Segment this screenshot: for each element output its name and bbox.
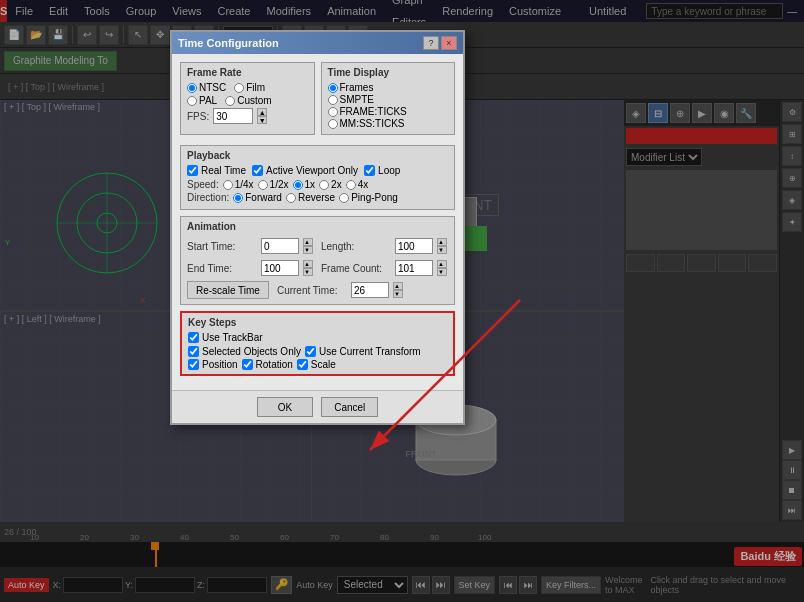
selected-objects-label: Selected Objects Only [202,346,301,357]
use-current-transform-check[interactable]: Use Current Transform [305,346,421,357]
start-up[interactable]: ▲ [303,238,313,246]
fps-label: FPS: [187,111,209,122]
start-time-field: Start Time: ▲ ▼ [187,238,313,254]
use-trackbar-check[interactable]: Use TrackBar [188,332,447,343]
real-time-check[interactable]: Real Time [187,165,246,176]
current-time-input[interactable] [351,282,389,298]
speed-1x[interactable]: 1x [293,179,316,190]
end-up[interactable]: ▲ [303,260,313,268]
scale-checkbox[interactable] [297,359,308,370]
ntsc-option[interactable]: NTSC [187,82,226,93]
position-label: Position [202,359,238,370]
fps-up[interactable]: ▲ [257,108,267,116]
speed-row: Speed: 1/4x 1/2x 1x 2x 4x [187,179,448,190]
rotation-checkbox[interactable] [242,359,253,370]
length-field: Length: ▲ ▼ [321,238,447,254]
fc-down[interactable]: ▼ [437,268,447,276]
ntsc-radio[interactable] [187,83,197,93]
start-down[interactable]: ▼ [303,246,313,254]
ct-down[interactable]: ▼ [393,290,403,298]
mm-ss-ticks-radio[interactable] [328,119,338,129]
use-current-transform-checkbox[interactable] [305,346,316,357]
mm-ss-ticks-option[interactable]: MM:SS:TICKS [328,118,449,129]
direction-row: Direction: Forward Reverse Ping-Pong [187,192,448,203]
end-time-input[interactable] [261,260,299,276]
frame-ticks-option[interactable]: FRAME:TICKS [328,106,449,117]
active-viewport-checkbox[interactable] [252,165,263,176]
dir-reverse[interactable]: Reverse [286,192,335,203]
end-time-label: End Time: [187,263,257,274]
rotation-label: Rotation [256,359,293,370]
selected-objects-checkbox[interactable] [188,346,199,357]
dir-pingpong[interactable]: Ping-Pong [339,192,398,203]
length-input[interactable] [395,238,433,254]
smpte-label: SMPTE [340,94,374,105]
frame-count-label: Frame Count: [321,263,391,274]
scale-check[interactable]: Scale [297,359,336,370]
playback-checkboxes: Real Time Active Viewport Only Loop [187,165,448,176]
fps-down[interactable]: ▼ [257,116,267,124]
speed-4x[interactable]: 4x [346,179,369,190]
use-trackbar-label: Use TrackBar [202,332,263,343]
pal-option[interactable]: PAL [187,95,217,106]
use-trackbar-checkbox[interactable] [188,332,199,343]
frame-ticks-radio[interactable] [328,107,338,117]
selected-objects-check[interactable]: Selected Objects Only [188,346,301,357]
cancel-button[interactable]: Cancel [321,397,378,417]
speed-2x[interactable]: 2x [319,179,342,190]
end-down[interactable]: ▼ [303,268,313,276]
dialog-title: Time Configuration [178,37,279,49]
active-viewport-label: Active Viewport Only [266,165,358,176]
custom-radio[interactable] [225,96,235,106]
fc-up[interactable]: ▲ [437,260,447,268]
loop-check[interactable]: Loop [364,165,400,176]
length-down[interactable]: ▼ [437,246,447,254]
pal-radio[interactable] [187,96,197,106]
start-time-input[interactable] [261,238,299,254]
pos-rot-scale-row: Position Rotation Scale [188,359,447,370]
direction-label: Direction: [187,192,229,203]
time-config-dialog: Time Configuration ? × Frame Rate NTSC [170,30,465,425]
anim-row1: Start Time: ▲ ▼ Length: ▲ ▼ [187,236,448,256]
ok-button[interactable]: OK [257,397,313,417]
frame-rate-time-row: Frame Rate NTSC Film [180,62,455,141]
frames-label: Frames [340,82,374,93]
active-viewport-check[interactable]: Active Viewport Only [252,165,358,176]
use-current-transform-label: Use Current Transform [319,346,421,357]
rescale-time-btn[interactable]: Re-scale Time [187,281,269,299]
length-up[interactable]: ▲ [437,238,447,246]
fps-input[interactable] [213,108,253,124]
current-time-label: Current Time: [277,285,347,296]
dialog-titlebar: Time Configuration ? × [172,32,463,54]
position-checkbox[interactable] [188,359,199,370]
key-steps-title: Key Steps [188,317,447,328]
loop-checkbox[interactable] [364,165,375,176]
film-radio[interactable] [234,83,244,93]
film-option[interactable]: Film [234,82,265,93]
frame-count-input[interactable] [395,260,433,276]
smpte-radio[interactable] [328,95,338,105]
real-time-label: Real Time [201,165,246,176]
position-check[interactable]: Position [188,359,238,370]
speed-half[interactable]: 1/2x [258,179,289,190]
playback-section: Playback Real Time Active Viewport Only … [180,145,455,210]
frame-ticks-label: FRAME:TICKS [340,106,407,117]
length-label: Length: [321,241,391,252]
anim-row3: Re-scale Time Current Time: ▲ ▼ [187,280,448,300]
real-time-checkbox[interactable] [187,165,198,176]
frames-radio[interactable] [328,83,338,93]
dir-forward[interactable]: Forward [233,192,282,203]
start-time-spin: ▲ ▼ [303,238,313,254]
app-container: S File Edit Tools Group Views Create Mod… [0,0,804,602]
anim-row2: End Time: ▲ ▼ Frame Count: ▲ ▼ [187,258,448,278]
film-label: Film [246,82,265,93]
rotation-check[interactable]: Rotation [242,359,293,370]
speed-quarter[interactable]: 1/4x [223,179,254,190]
custom-option[interactable]: Custom [225,95,271,106]
time-display-title: Time Display [328,67,449,78]
dialog-help-btn[interactable]: ? [423,36,439,50]
dialog-close-btn[interactable]: × [441,36,457,50]
smpte-option[interactable]: SMPTE [328,94,449,105]
ct-up[interactable]: ▲ [393,282,403,290]
frames-option[interactable]: Frames [328,82,449,93]
